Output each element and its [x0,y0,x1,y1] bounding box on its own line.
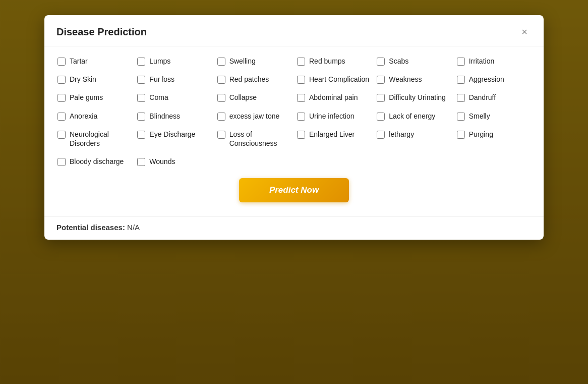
checkbox-lumps[interactable] [137,58,145,66]
label-smelly: Smelly [469,112,490,121]
label-loss-of-consciousness: Loss of Consciousness [229,130,291,148]
label-urine-infection: Urine infection [309,112,355,121]
symptom-item-neurological-disorders[interactable]: Neurological Disorders [56,128,132,150]
checkbox-weakness[interactable] [377,76,385,84]
label-fur-loss: Fur loss [149,75,174,84]
modal-body: TartarLumpsSwellingRed bumpsScabsIrritat… [44,46,544,216]
checkbox-anorexia[interactable] [57,113,66,121]
label-aggression: Aggression [469,75,504,84]
checkbox-aggression[interactable] [457,76,465,84]
label-anorexia: Anorexia [70,112,97,121]
checkbox-dandruff[interactable] [457,94,465,102]
symptom-item-fur-loss[interactable]: Fur loss [136,73,212,86]
checkbox-abdominal-pain[interactable] [297,94,305,102]
symptom-item-red-patches[interactable]: Red patches [216,73,292,86]
label-swelling: Swelling [229,57,256,66]
symptom-item-scabs[interactable]: Scabs [376,54,451,68]
symptom-item-eye-discharge[interactable]: Eye Discharge [136,128,212,141]
potential-diseases-value: N/A [127,223,140,232]
checkbox-coma[interactable] [137,94,145,102]
label-wounds: Wounds [149,157,175,166]
checkbox-enlarged-liver[interactable] [297,131,305,139]
label-dry-skin: Dry Skin [70,75,96,84]
symptom-item-dry-skin[interactable]: Dry Skin [56,73,132,86]
label-weakness: Weakness [389,75,422,84]
checkbox-fur-loss[interactable] [137,76,145,84]
checkbox-irritation[interactable] [457,58,465,66]
symptom-item-blindness[interactable]: Blindness [136,109,212,123]
symptom-item-pale-gums[interactable]: Pale gums [56,91,132,104]
label-bloody-discharge: Bloody discharge [70,157,124,166]
checkbox-tartar[interactable] [57,58,66,66]
symptom-item-dandruff[interactable]: Dandruff [456,91,532,104]
symptom-item-weakness[interactable]: Weakness [376,73,451,86]
label-pale-gums: Pale gums [70,93,103,102]
checkbox-lack-of-energy[interactable] [377,113,385,121]
predict-now-button[interactable]: Predict Now [239,178,349,202]
symptom-item-bloody-discharge[interactable]: Bloody discharge [56,155,132,168]
label-enlarged-liver: Enlarged Liver [309,130,355,139]
modal-header: Disease Prediction × [44,15,544,46]
checkbox-scabs[interactable] [377,58,385,66]
checkbox-lethargy[interactable] [377,131,385,139]
symptom-item-anorexia[interactable]: Anorexia [56,109,132,123]
label-heart-complication: Heart Complication [309,75,369,84]
checkbox-red-patches[interactable] [217,76,225,84]
label-excess-jaw-tone: excess jaw tone [229,112,280,121]
symptom-item-smelly[interactable]: Smelly [456,109,532,123]
label-eye-discharge: Eye Discharge [149,130,195,139]
disease-prediction-modal: Disease Prediction × TartarLumpsSwelling… [44,15,544,240]
checkbox-collapse[interactable] [217,94,225,102]
symptom-item-urine-infection[interactable]: Urine infection [296,109,372,123]
checkbox-loss-of-consciousness[interactable] [217,131,225,139]
checkbox-neurological-disorders[interactable] [57,131,66,139]
symptom-item-heart-complication[interactable]: Heart Complication [296,73,372,86]
checkbox-red-bumps[interactable] [297,58,305,66]
label-difficulty-urinating: Difficulty Urinating [389,93,446,102]
checkbox-difficulty-urinating[interactable] [377,94,385,102]
label-tartar: Tartar [70,57,88,66]
symptom-item-aggression[interactable]: Aggression [456,73,532,86]
modal-footer: Potential diseases: N/A [44,216,544,240]
symptom-item-difficulty-urinating[interactable]: Difficulty Urinating [376,91,451,104]
checkbox-eye-discharge[interactable] [137,131,145,139]
checkbox-swelling[interactable] [217,58,225,66]
label-red-patches: Red patches [229,75,269,84]
label-coma: Coma [149,93,168,102]
symptom-item-purging[interactable]: Purging [456,128,532,141]
symptom-item-lethargy[interactable]: lethargy [376,128,451,141]
symptom-item-abdominal-pain[interactable]: Abdominal pain [296,91,372,104]
label-lumps: Lumps [149,57,170,66]
checkbox-urine-infection[interactable] [297,113,305,121]
label-neurological-disorders: Neurological Disorders [70,130,131,148]
symptom-item-tartar[interactable]: Tartar [56,54,132,68]
checkbox-smelly[interactable] [457,113,465,121]
checkbox-pale-gums[interactable] [57,94,66,102]
symptom-item-lack-of-energy[interactable]: Lack of energy [376,109,451,123]
checkbox-dry-skin[interactable] [57,76,66,84]
checkbox-bloody-discharge[interactable] [57,158,66,166]
symptom-item-red-bumps[interactable]: Red bumps [296,54,372,68]
checkbox-heart-complication[interactable] [297,76,305,84]
potential-diseases-label: Potential diseases: [56,223,125,232]
checkbox-wounds[interactable] [137,158,145,166]
label-abdominal-pain: Abdominal pain [309,93,358,102]
close-button[interactable]: × [517,24,532,40]
symptom-item-loss-of-consciousness[interactable]: Loss of Consciousness [216,128,292,150]
label-blindness: Blindness [149,112,180,121]
symptom-item-enlarged-liver[interactable]: Enlarged Liver [296,128,372,141]
predict-section: Predict Now [56,168,532,210]
symptom-item-excess-jaw-tone[interactable]: excess jaw tone [216,109,292,123]
symptom-item-swelling[interactable]: Swelling [216,54,292,68]
checkbox-excess-jaw-tone[interactable] [217,113,225,121]
symptom-item-lumps[interactable]: Lumps [136,54,212,68]
label-lethargy: lethargy [389,130,414,139]
symptom-item-collapse[interactable]: Collapse [216,91,292,104]
symptom-item-coma[interactable]: Coma [136,91,212,104]
checkbox-purging[interactable] [457,131,465,139]
checkbox-blindness[interactable] [137,113,145,121]
modal-title: Disease Prediction [56,26,147,38]
label-red-bumps: Red bumps [309,57,345,66]
symptom-item-irritation[interactable]: Irritation [456,54,532,68]
symptom-item-wounds[interactable]: Wounds [136,155,212,168]
